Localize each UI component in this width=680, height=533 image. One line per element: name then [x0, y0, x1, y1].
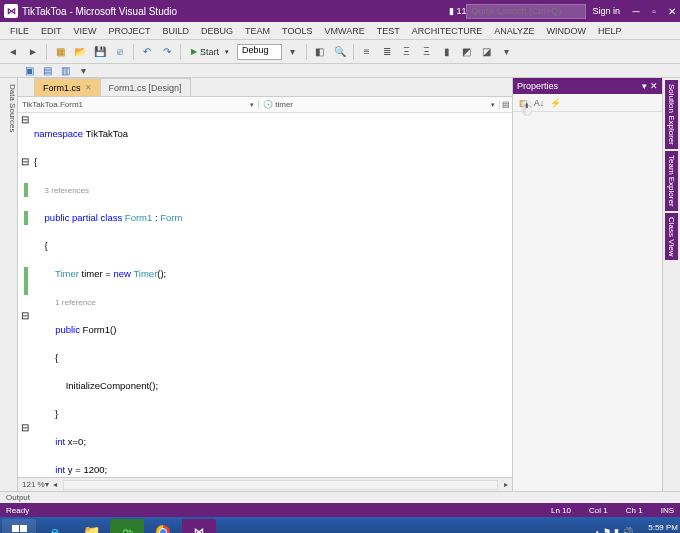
- left-rail-data-sources[interactable]: Data Sources: [0, 78, 18, 491]
- events-icon[interactable]: ⚡: [548, 96, 562, 110]
- quick-launch-input[interactable]: [466, 4, 586, 19]
- zoom-dropdown-icon[interactable]: ▾: [45, 480, 49, 489]
- outline-margin: ⊟ ⊟ ⊟ ⊟: [18, 113, 32, 477]
- menu-test[interactable]: TEST: [371, 24, 406, 38]
- uncomment-button[interactable]: Ξ: [418, 43, 436, 61]
- menu-tools[interactable]: TOOLS: [276, 24, 318, 38]
- tab-form1-cs[interactable]: Form1.cs✕: [34, 78, 101, 96]
- tray-network-icon[interactable]: ▮: [614, 527, 619, 533]
- rail-class-view[interactable]: Class View: [665, 213, 678, 260]
- config-dropdown[interactable]: Debug: [237, 44, 282, 60]
- notification-badge[interactable]: ▮ 11: [449, 6, 467, 16]
- dropdown-arrow-icon[interactable]: ▾: [284, 43, 302, 61]
- indent-less-button[interactable]: ≡: [358, 43, 376, 61]
- system-tray[interactable]: ▴ ⚑ ▮ 🔊 5:59 PM 8/18/2016: [595, 523, 678, 533]
- nav-fwd-button[interactable]: ►: [24, 43, 42, 61]
- start-label: Start: [200, 47, 219, 57]
- tab-label: Form1.cs [Design]: [109, 83, 182, 93]
- menu-build[interactable]: BUILD: [157, 24, 196, 38]
- rail-team-explorer[interactable]: Team Explorer: [665, 151, 678, 211]
- panel-close-icon[interactable]: ✕: [650, 81, 658, 91]
- alpha-icon[interactable]: A↓: [532, 96, 546, 110]
- save-all-button[interactable]: ⎚: [111, 43, 129, 61]
- comment-button[interactable]: Ξ: [398, 43, 416, 61]
- indent-more-button[interactable]: ≣: [378, 43, 396, 61]
- minimize-button[interactable]: ─: [628, 3, 644, 19]
- code-editor[interactable]: ⊟ ⊟ ⊟ ⊟ namespace TikTakToa { 3 referenc…: [18, 113, 512, 477]
- toolbox-btn-1[interactable]: ◧: [311, 43, 329, 61]
- split-button[interactable]: ▤: [500, 100, 512, 109]
- pin-icon[interactable]: ▾: [642, 81, 647, 91]
- toolbox-small-4[interactable]: ▾: [74, 62, 92, 80]
- ext-button-1[interactable]: ◩: [458, 43, 476, 61]
- properties-body[interactable]: [513, 112, 662, 491]
- properties-title-bar[interactable]: Properties ▾ ✕: [513, 78, 662, 94]
- redo-button[interactable]: ↷: [158, 43, 176, 61]
- status-char: Ch 1: [626, 506, 643, 515]
- menu-file[interactable]: FILE: [4, 24, 35, 38]
- open-file-button[interactable]: 📂: [71, 43, 89, 61]
- menu-analyze[interactable]: ANALYZE: [488, 24, 540, 38]
- class-dropdown[interactable]: TikTakToa.Form1▾: [18, 100, 259, 109]
- taskbar-ie-icon[interactable]: e: [38, 519, 72, 533]
- taskbar-chrome-icon[interactable]: [146, 519, 180, 533]
- ext-button-2[interactable]: ◪: [478, 43, 496, 61]
- output-panel-tab[interactable]: Output: [0, 491, 680, 503]
- restore-button[interactable]: ▫: [646, 3, 662, 19]
- menu-edit[interactable]: EDIT: [35, 24, 68, 38]
- main-area: Data Sources Form1.cs✕ Form1.cs [Design]…: [0, 78, 680, 491]
- properties-title: Properties: [517, 81, 558, 91]
- taskbar-store-icon[interactable]: 🛍: [110, 519, 144, 533]
- categorized-icon[interactable]: ▤: [516, 96, 530, 110]
- close-button[interactable]: ✕: [664, 3, 680, 19]
- undo-button[interactable]: ↶: [138, 43, 156, 61]
- scroll-left-icon[interactable]: ◂: [53, 480, 57, 489]
- menu-vmware[interactable]: VMWARE: [318, 24, 370, 38]
- menu-window[interactable]: WINDOW: [541, 24, 593, 38]
- ext-button-3[interactable]: ▾: [498, 43, 516, 61]
- h-scrollbar[interactable]: [63, 480, 498, 490]
- secondary-toolbar: ▣ ▤ ▥ ▾: [0, 64, 680, 78]
- tray-clock[interactable]: 5:59 PM 8/18/2016: [642, 523, 678, 533]
- save-button[interactable]: 💾: [91, 43, 109, 61]
- menu-view[interactable]: VIEW: [68, 24, 103, 38]
- new-project-button[interactable]: ▦: [51, 43, 69, 61]
- nav-back-button[interactable]: ◄: [4, 43, 22, 61]
- zoom-level[interactable]: 121 %: [22, 480, 45, 489]
- tray-volume-icon[interactable]: 🔊: [622, 527, 633, 533]
- menu-bar: FILE EDIT VIEW PROJECT BUILD DEBUG TEAM …: [0, 22, 680, 40]
- sign-in-link[interactable]: Sign in: [592, 6, 620, 16]
- rail-solution-explorer[interactable]: Solution Explorer: [665, 80, 678, 149]
- tab-label: Form1.cs: [43, 83, 81, 93]
- toolbox-small-3[interactable]: ▥: [56, 62, 74, 80]
- tray-flag-icon[interactable]: ⚑: [603, 527, 611, 533]
- menu-architecture[interactable]: ARCHITECTURE: [406, 24, 489, 38]
- properties-panel: Properties ▾ ✕ ▤ A↓ ⚡ 🖱️: [512, 78, 662, 491]
- toolbox-small-1[interactable]: ▣: [20, 62, 38, 80]
- taskbar: e 📁 🛍 ⋈ ▴ ⚑ ▮ 🔊 5:59 PM 8/18/2016: [0, 517, 680, 533]
- start-button[interactable]: [2, 519, 36, 533]
- toolbar: ◄ ► ▦ 📂 💾 ⎚ ↶ ↷ ▶Start▾ Debug ▾ ◧ 🔍 ≡ ≣ …: [0, 40, 680, 64]
- menu-project[interactable]: PROJECT: [103, 24, 157, 38]
- taskbar-visualstudio-icon[interactable]: ⋈: [182, 519, 216, 533]
- find-button[interactable]: 🔍: [331, 43, 349, 61]
- scroll-right-icon[interactable]: ▸: [504, 480, 508, 489]
- status-ready: Ready: [6, 506, 29, 515]
- member-dropdown[interactable]: 🕓 timer▾: [259, 100, 500, 109]
- tray-up-icon[interactable]: ▴: [595, 527, 600, 533]
- menu-team[interactable]: TEAM: [239, 24, 276, 38]
- taskbar-explorer-icon[interactable]: 📁: [74, 519, 108, 533]
- status-col: Col 1: [589, 506, 608, 515]
- toolbox-small-2[interactable]: ▤: [38, 62, 56, 80]
- close-tab-icon[interactable]: ✕: [85, 83, 92, 92]
- code-nav-bar: TikTakToa.Form1▾ 🕓 timer▾ ▤: [18, 97, 512, 113]
- document-tabs: Form1.cs✕ Form1.cs [Design]: [18, 78, 512, 97]
- code-text[interactable]: namespace TikTakToa { 3 references publi…: [32, 113, 512, 477]
- bookmark-button[interactable]: ▮: [438, 43, 456, 61]
- window-title: TikTakToa - Microsoft Visual Studio: [22, 6, 177, 17]
- menu-debug[interactable]: DEBUG: [195, 24, 239, 38]
- start-debug-button[interactable]: ▶Start▾: [185, 43, 235, 61]
- tray-time: 5:59 PM: [642, 523, 678, 532]
- tab-form1-design[interactable]: Form1.cs [Design]: [100, 78, 191, 96]
- menu-help[interactable]: HELP: [592, 24, 628, 38]
